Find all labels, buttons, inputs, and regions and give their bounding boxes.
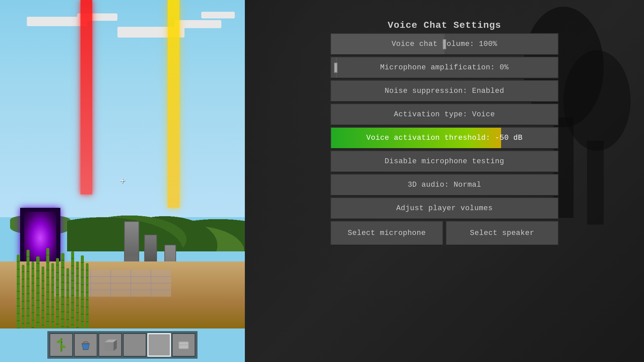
hotbar-slot-6[interactable]: [172, 333, 196, 357]
settings-title: Voice Chat Settings: [330, 20, 558, 31]
game-viewport: +: [0, 0, 245, 362]
voice-volume-handle[interactable]: [443, 39, 446, 49]
noise-suppression-button[interactable]: Noise suppression: Enabled: [330, 80, 558, 102]
voice-volume-slider[interactable]: Voice chat volume: 100%: [330, 33, 558, 55]
svg-rect-18: [179, 342, 188, 348]
disable-mic-testing-button[interactable]: Disable microphone testing: [330, 150, 558, 173]
bamboo-5: [36, 256, 40, 328]
hotbar-slot-3[interactable]: [99, 333, 122, 357]
voice-threshold-label: Voice activation threshold: -50 dB: [366, 134, 523, 142]
hotbar-slot-1[interactable]: [50, 333, 73, 357]
bamboo-7: [46, 248, 49, 328]
bamboo-9: [56, 258, 59, 328]
cloud-5: [201, 12, 235, 18]
bamboo-3: [26, 250, 30, 328]
bamboo-1: [17, 255, 20, 328]
activation-type-button[interactable]: Activation type: Voice: [330, 104, 558, 126]
bamboo-2: [22, 265, 24, 328]
disable-mic-testing-label: Disable microphone testing: [385, 157, 504, 166]
activation-type-label: Activation type: Voice: [394, 110, 495, 119]
water-bucket-icon: [78, 337, 94, 353]
noise-suppression-label: Noise suppression: Enabled: [385, 87, 504, 95]
bamboo-15: [86, 263, 89, 328]
bamboo-12: [71, 251, 74, 328]
svg-rect-24: [587, 141, 604, 225]
bamboo-area: [17, 245, 195, 328]
stone-block-icon: [103, 337, 118, 353]
red-laser-beam: [80, 0, 92, 194]
hotbar: [48, 331, 198, 359]
settings-window: Voice Chat Settings Voice chat volume: 1…: [330, 20, 558, 246]
adjust-volumes-label: Adjust player volumes: [396, 204, 493, 213]
select-microphone-button[interactable]: Select microphone: [330, 221, 443, 246]
bamboo-10: [61, 253, 64, 328]
hotbar-slot-2[interactable]: [74, 333, 98, 357]
mic-amplification-handle[interactable]: [334, 63, 337, 73]
svg-point-23: [564, 50, 631, 151]
bottom-buttons-row: Select microphone Select speaker: [330, 221, 558, 246]
3d-audio-button[interactable]: 3D audio: Normal: [330, 174, 558, 196]
hotbar-slot-4[interactable]: [123, 333, 147, 357]
select-speaker-button[interactable]: Select speaker: [446, 221, 558, 246]
bamboo-13: [76, 261, 79, 328]
cloud-4: [174, 20, 221, 28]
selected-slot-icon: [152, 337, 167, 353]
bamboo-8: [51, 263, 54, 328]
bamboo-14: [81, 255, 84, 328]
settings-panel: Voice Chat Settings Voice chat volume: 1…: [245, 0, 644, 362]
bamboo-item-icon: [54, 337, 69, 353]
mic-amplification-label: Microphone amplification: 0%: [380, 63, 509, 72]
mic-amplification-slider[interactable]: Microphone amplification: 0%: [330, 57, 558, 79]
empty-slot-4-icon: [127, 337, 143, 353]
bamboo-4: [32, 261, 34, 328]
adjust-volumes-button[interactable]: Adjust player volumes: [330, 197, 558, 220]
select-speaker-label: Select speaker: [470, 229, 534, 237]
3d-audio-label: 3D audio: Normal: [408, 181, 481, 189]
svg-rect-14: [105, 342, 114, 351]
select-microphone-label: Select microphone: [348, 229, 426, 237]
voice-threshold-slider[interactable]: Voice activation threshold: -50 dB: [330, 127, 558, 149]
stone-item-icon: [176, 337, 192, 353]
bamboo-6: [42, 266, 44, 328]
bamboo-11: [66, 268, 69, 328]
yellow-laser-beam: [168, 0, 179, 208]
hotbar-slot-5[interactable]: [148, 333, 171, 357]
